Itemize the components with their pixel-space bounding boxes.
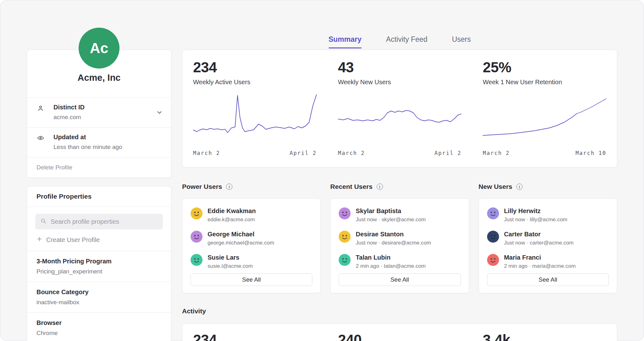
updated-at-value: Less than one minute ago xyxy=(53,144,162,151)
see-all-button[interactable]: See All xyxy=(191,273,312,286)
user-row[interactable]: Eddie Kwakman eddie.k@acme.com xyxy=(191,207,312,223)
property-row[interactable]: 3-Month Pricing Program Pricing_plan_exp… xyxy=(27,251,171,282)
recent-users-header: Recent Users i xyxy=(330,182,469,192)
user-lists-row: Power Users i Eddie Kwakman eddie.k@acme… xyxy=(182,182,617,293)
weekly-new-users-chart xyxy=(338,94,462,141)
company-avatar: Ac xyxy=(79,28,119,69)
x-tick-left: March 2 xyxy=(193,150,220,156)
x-tick-left: March 2 xyxy=(483,150,510,156)
user-row[interactable]: Lilly Herwitz Just now · lilly@acme.com xyxy=(487,207,609,223)
power-users-card: Eddie Kwakman eddie.k@acme.com George Mi… xyxy=(182,198,321,293)
activity-section-title: Activity xyxy=(182,307,206,315)
user-row[interactable]: Skylar Baptista Just now · skyler@acme.c… xyxy=(339,207,460,223)
section-title: Power Users xyxy=(182,183,222,190)
user-row[interactable]: Maria Franci 2 min ago · maria@acme.com xyxy=(487,254,609,269)
recent-users-card: Skylar Baptista Just now · skyler@acme.c… xyxy=(330,198,469,293)
create-user-profile-button[interactable]: Create User Profile xyxy=(27,229,171,251)
tab-users[interactable]: Users xyxy=(452,35,471,48)
user-name: Carter Bator xyxy=(504,231,574,238)
profile-properties-title: Profile Properties xyxy=(27,186,171,207)
user-row[interactable]: Susie Lars susie.l@acme.com xyxy=(191,254,312,269)
user-meta: Just now · carter@acme.com xyxy=(504,240,574,246)
search-icon xyxy=(40,218,47,225)
x-tick-left: March 2 xyxy=(338,150,365,156)
tab-activity-feed[interactable]: Activity Feed xyxy=(386,35,428,48)
see-all-button[interactable]: See All xyxy=(339,273,460,286)
user-meta: eddie.k@acme.com xyxy=(208,217,256,223)
user-avatar xyxy=(339,254,351,266)
info-icon[interactable]: i xyxy=(516,184,523,190)
search-input[interactable] xyxy=(50,218,158,226)
user-avatar xyxy=(191,231,203,243)
user-avatar xyxy=(487,231,499,243)
user-meta: george.michael@acme.com xyxy=(208,240,274,246)
user-row[interactable]: Carter Bator Just now · carter@acme.com xyxy=(487,231,609,246)
user-meta: 2 min ago · talan@acme.com xyxy=(356,263,425,269)
info-icon[interactable]: i xyxy=(226,184,232,190)
user-meta: susie.l@acme.com xyxy=(208,263,253,269)
tab-summary[interactable]: Summary xyxy=(329,35,362,48)
user-name: Desirae Stanton xyxy=(356,231,431,238)
plus-icon xyxy=(36,236,42,244)
property-row[interactable]: Browser Chrome xyxy=(27,313,171,341)
distinct-id-row[interactable]: Distinct ID acme.com xyxy=(27,97,171,127)
stat-value: 3.4k xyxy=(483,331,606,341)
updated-at-label: Updated at xyxy=(53,134,162,141)
updated-at-row: Updated at Less than one minute ago xyxy=(27,127,171,157)
stat-value: 234 xyxy=(193,59,317,76)
weekly-active-users-chart xyxy=(193,94,317,141)
distinct-id-label: Distinct ID xyxy=(53,104,162,111)
user-name: George Michael xyxy=(208,231,274,238)
user-avatar xyxy=(487,207,499,219)
new-users-header: New Users i xyxy=(479,182,617,192)
user-avatar xyxy=(191,254,203,266)
property-name: Browser xyxy=(36,319,162,327)
user-name: Skylar Baptista xyxy=(356,207,425,215)
profile-properties-card: Profile Properties Create User Profile 3… xyxy=(27,186,171,341)
stat-weekly-active-users: 234 Weekly Active Users March 2 April 2 xyxy=(182,50,327,167)
user-name: Maria Franci xyxy=(504,254,576,261)
new-users-card: Lilly Herwitz Just now · lilly@acme.com … xyxy=(479,198,617,293)
stat-week1-retention: 25% Week 1 New User Retention March 2 Ma… xyxy=(472,50,617,167)
activity-stat-3: 3.4k xyxy=(472,324,617,341)
new-users-section: New Users i Lilly Herwitz Just now · lil… xyxy=(479,182,617,293)
section-title: Recent Users xyxy=(330,183,372,190)
summary-stats-card: 234 Weekly Active Users March 2 April 2 … xyxy=(182,50,617,168)
main-content: Summary Activity Feed Users 234 Weekly A… xyxy=(182,0,617,341)
property-value: Chrome xyxy=(36,330,162,337)
eye-icon xyxy=(37,135,44,143)
delete-profile-button[interactable]: Delete Profile xyxy=(27,157,171,178)
x-axis-ticks: March 2 March 10 xyxy=(483,150,606,156)
profile-properties-search[interactable] xyxy=(35,214,163,229)
user-row[interactable]: Talan Lubin 2 min ago · talan@acme.com xyxy=(339,254,460,269)
x-tick-right: April 2 xyxy=(435,150,462,156)
stat-weekly-new-users: 43 Weekly New Users March 2 April 2 xyxy=(327,50,472,167)
info-icon[interactable]: i xyxy=(377,184,383,190)
chevron-down-icon[interactable] xyxy=(156,109,163,117)
stat-value: 234 xyxy=(193,331,317,341)
property-value: Pricing_plan_experiment xyxy=(36,268,162,275)
company-avatar-initials: Ac xyxy=(90,40,108,57)
stat-label: Weekly Active Users xyxy=(193,79,317,86)
section-title: New Users xyxy=(479,183,512,190)
user-avatar xyxy=(339,231,351,243)
activity-stat-1: 234 xyxy=(182,324,327,341)
stat-label: Weekly New Users xyxy=(338,79,462,86)
person-icon xyxy=(37,105,44,113)
user-meta: 2 min ago · maria@acme.com xyxy=(504,263,576,269)
power-users-section: Power Users i Eddie Kwakman eddie.k@acme… xyxy=(182,182,321,293)
recent-users-section: Recent Users i Skylar Baptista Just now … xyxy=(330,182,469,293)
stat-value: 240 xyxy=(338,331,462,341)
see-all-button[interactable]: See All xyxy=(487,273,609,286)
x-tick-right: April 2 xyxy=(290,150,317,156)
user-meta: Just now · desirare@acme.com xyxy=(356,240,431,246)
user-row[interactable]: Desirae Stanton Just now · desirare@acme… xyxy=(339,231,460,246)
user-meta: Just now · lilly@acme.com xyxy=(504,217,567,223)
property-row[interactable]: Bounce Category inactive-mailbox xyxy=(27,282,171,313)
x-axis-ticks: March 2 April 2 xyxy=(338,150,462,156)
user-name: Eddie Kwakman xyxy=(208,207,256,215)
user-row[interactable]: George Michael george.michael@acme.com xyxy=(191,231,312,246)
stat-value: 43 xyxy=(338,59,462,76)
week1-retention-chart xyxy=(483,94,606,141)
user-meta: Just now · skyler@acme.com xyxy=(356,217,425,223)
